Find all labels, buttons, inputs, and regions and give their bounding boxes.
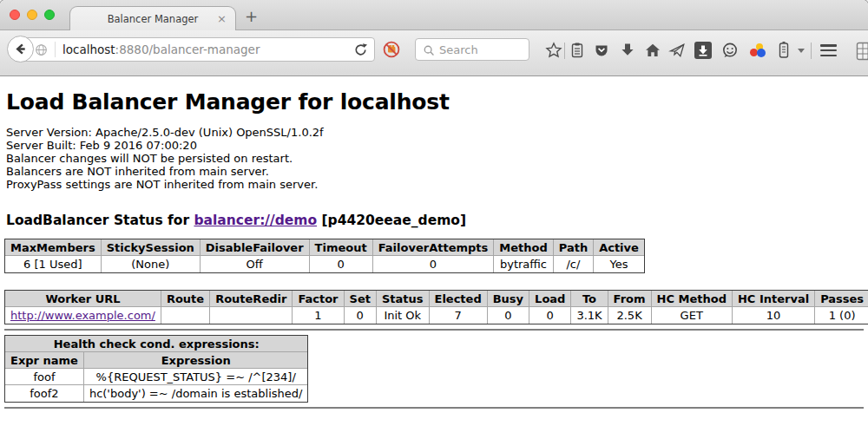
column-header: RouteRedir (210, 291, 293, 307)
column-header: Timeout (310, 239, 373, 256)
routeredir-value (210, 307, 293, 324)
persist-notice-line: Balancer changes will NOT be persisted o… (6, 152, 864, 165)
hamburger-menu-icon[interactable] (820, 44, 837, 59)
timeout-value: 0 (310, 256, 373, 272)
column-header: Worker URL (5, 291, 161, 307)
column-header: Active (594, 239, 644, 256)
column-header: Busy (488, 291, 529, 307)
elected-value: 7 (430, 307, 488, 324)
tab-title: Balancer Manager (108, 13, 199, 25)
column-header: To (571, 291, 608, 307)
column-header: Passes (815, 291, 868, 307)
maxmembers-value: 6 [1 Used] (5, 256, 102, 272)
expression-value: hc('body') =~ /domain is established/ (84, 385, 308, 402)
balancers-notice-line: Balancers are NOT inherited from main se… (6, 165, 864, 178)
path-value: /c/ (554, 256, 594, 272)
method-value: bytraffic (494, 256, 553, 272)
bookmark-star-icon[interactable] (545, 42, 562, 59)
column-header: StickySession (102, 239, 201, 256)
zoom-window-button[interactable] (44, 10, 55, 20)
overflow-caret-icon[interactable] (798, 49, 805, 53)
column-header: Expression (84, 352, 308, 369)
page-content: Load Balancer Manager for localhost Serv… (0, 77, 868, 426)
worker-url-cell: http://www.example.com/ (5, 307, 161, 324)
column-header: Method (494, 239, 553, 256)
worker-url-link[interactable]: http://www.example.com/ (10, 309, 155, 322)
tab-balancer-manager[interactable]: Balancer Manager × (69, 6, 236, 30)
table-row: http://www.example.com/ 1 0 Init Ok 7 0 … (5, 307, 868, 324)
table-row: foof %{REQUEST_STATUS} =~ /^[234]/ (5, 369, 307, 385)
divider (4, 407, 864, 409)
tab-close-icon[interactable]: × (217, 12, 227, 25)
grid-icon[interactable] (856, 42, 868, 61)
passes-value: 1 (0) (815, 307, 868, 324)
pocket-icon[interactable] (593, 42, 610, 59)
failoverattempts-value: 0 (373, 256, 495, 272)
health-table-title: Health check cond. expressions: (5, 336, 307, 352)
table-header-row: MaxMembers StickySession DisableFailover… (5, 239, 644, 256)
hc-method-value: GET (652, 307, 733, 324)
column-header: FailoverAttempts (373, 239, 495, 256)
minimize-window-button[interactable] (27, 10, 37, 20)
downloads-arrow-icon[interactable] (619, 42, 636, 59)
paper-plane-icon[interactable] (668, 42, 686, 59)
table-row: foof2 hc('body') =~ /domain is establish… (5, 385, 307, 402)
globe-icon[interactable] (35, 43, 48, 56)
smiley-icon[interactable] (721, 42, 739, 59)
url-domain: localhost (62, 43, 115, 56)
table-row: 6 [1 Used] (None) Off 0 0 bytraffic /c/ … (5, 256, 644, 272)
column-header: HC Method (652, 291, 733, 307)
battery-device-icon[interactable] (775, 42, 792, 59)
table-header-row: Worker URL Route RouteRedir Factor Set S… (5, 291, 868, 307)
server-version-line: Server Version: Apache/2.5.0-dev (Unix) … (6, 126, 864, 139)
column-header: Path (554, 239, 594, 256)
url-text: localhost:8880/balancer-manager (62, 43, 260, 56)
column-header: MaxMembers (5, 239, 102, 256)
active-value: Yes (594, 256, 644, 272)
column-header: HC Interval (733, 291, 815, 307)
search-bar[interactable]: Search (415, 38, 529, 61)
close-window-button[interactable] (10, 10, 20, 20)
column-header: From (608, 291, 652, 307)
balancer-settings-table: MaxMembers StickySession DisableFailover… (4, 239, 645, 273)
proxypass-notice-line: ProxyPass settings are NOT inherited fro… (6, 178, 864, 191)
column-header: Factor (293, 291, 344, 307)
column-header: Expr name (5, 352, 84, 369)
reload-icon[interactable] (353, 43, 368, 57)
dark-square-download-icon[interactable] (694, 42, 712, 59)
new-tab-button[interactable]: + (245, 7, 258, 25)
server-info: Server Version: Apache/2.5.0-dev (Unix) … (6, 126, 864, 191)
url-bar[interactable]: localhost:8880/balancer-manager (21, 37, 375, 62)
back-button[interactable] (7, 36, 34, 62)
balancer-demo-link[interactable]: balancer://demo (194, 213, 317, 228)
table-title-row: Health check cond. expressions: (5, 336, 307, 352)
health-check-table: Health check cond. expressions: Expr nam… (4, 335, 308, 403)
factor-value: 1 (293, 307, 344, 324)
divider (4, 329, 864, 331)
home-icon[interactable] (644, 42, 661, 59)
to-value: 3.1K (571, 307, 608, 324)
from-value: 2.5K (608, 307, 652, 324)
hc-interval-value: 10 (733, 307, 815, 324)
toolbar-separator (564, 43, 565, 59)
disablefailover-value: Off (201, 256, 310, 272)
status-heading: LoadBalancer Status for balancer://demo … (6, 213, 864, 228)
url-path: :8880/balancer-manager (115, 43, 260, 56)
column-header: Set (345, 291, 377, 307)
expression-value: %{REQUEST_STATUS} =~ /^[234]/ (84, 369, 308, 385)
stickysession-value: (None) (102, 256, 201, 272)
browser-window: Balancer Manager × + localhost:8880/bala… (0, 0, 868, 426)
flash-block-icon[interactable] (382, 40, 401, 59)
navigation-toolbar: localhost:8880/balancer-manager Search (0, 30, 868, 76)
expr-name-value: foof2 (5, 385, 84, 402)
titlebar: Balancer Manager × + (0, 0, 868, 30)
expr-name-value: foof (5, 369, 84, 385)
back-arrow-icon (13, 42, 28, 56)
status-heading-suffix: [p4420eeae_demo] (317, 213, 466, 228)
colored-dots-icon[interactable] (749, 42, 766, 59)
page-title: Load Balancer Manager for localhost (6, 89, 864, 115)
server-built-line: Server Built: Feb 9 2016 07:00:20 (6, 139, 864, 152)
route-value (161, 307, 210, 324)
reading-list-clipboard-icon[interactable] (569, 42, 586, 59)
busy-value: 0 (488, 307, 529, 324)
